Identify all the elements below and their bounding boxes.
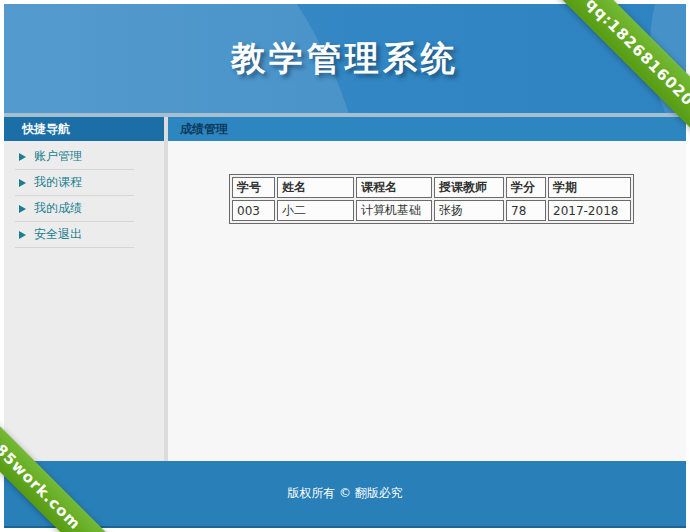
grades-table: 学号 姓名 课程名 授课教师 学分 学期 003 小二 计算机基础 — [229, 174, 634, 224]
table-header-course: 课程名 — [356, 177, 432, 198]
sidebar-item-account[interactable]: 账户管理 — [15, 144, 134, 170]
cell-teacher: 张扬 — [434, 200, 504, 221]
arrow-right-icon — [19, 179, 26, 187]
cell-course: 计算机基础 — [356, 200, 432, 221]
sidebar-item-label[interactable]: 我的课程 — [34, 174, 82, 191]
arrow-right-icon — [19, 205, 26, 213]
table-header-row: 学号 姓名 课程名 授课教师 学分 学期 — [232, 177, 631, 198]
body-row: 快捷导航 账户管理 我的课程 我的成绩 安全退出 — [4, 117, 686, 461]
cell-name: 小二 — [277, 200, 354, 221]
app-footer: 版权所有 © 翻版必究 — [4, 461, 686, 526]
table-header-semester: 学期 — [548, 177, 631, 198]
table-header-teacher: 授课教师 — [434, 177, 504, 198]
sidebar-item-logout[interactable]: 安全退出 — [15, 222, 134, 248]
main-content: 成绩管理 学号 姓名 课程名 授课教师 学分 学期 — [168, 117, 686, 461]
sidebar-item-grades[interactable]: 我的成绩 — [15, 196, 134, 222]
copyright-text: 版权所有 © 翻版必究 — [287, 485, 403, 502]
arrow-right-icon — [19, 153, 26, 161]
sidebar-nav: 账户管理 我的课程 我的成绩 安全退出 — [15, 144, 134, 248]
cell-student-id: 003 — [232, 200, 275, 221]
cell-semester: 2017-2018 — [548, 200, 631, 221]
section-title: 成绩管理 — [180, 122, 228, 136]
table-header-student-id: 学号 — [232, 177, 275, 198]
arrow-right-icon — [19, 231, 26, 239]
table-header-name: 姓名 — [277, 177, 354, 198]
section-title-bar: 成绩管理 — [168, 117, 686, 141]
table-header-credits: 学分 — [506, 177, 546, 198]
sidebar-title: 快捷导航 — [4, 117, 164, 141]
cell-credits: 78 — [506, 200, 546, 221]
section-content: 学号 姓名 课程名 授课教师 学分 学期 003 小二 计算机基础 — [168, 141, 686, 224]
app-window: 教学管理系统 快捷导航 账户管理 我的课程 我的成绩 — [0, 0, 690, 532]
sidebar: 快捷导航 账户管理 我的课程 我的成绩 安全退出 — [4, 117, 164, 461]
sidebar-item-label[interactable]: 账户管理 — [34, 148, 82, 165]
sidebar-item-courses[interactable]: 我的课程 — [15, 170, 134, 196]
sidebar-item-label[interactable]: 我的成绩 — [34, 200, 82, 217]
sidebar-item-label[interactable]: 安全退出 — [34, 226, 82, 243]
table-row: 003 小二 计算机基础 张扬 78 2017-2018 — [232, 200, 631, 221]
footer-bottom-edge — [4, 526, 686, 528]
